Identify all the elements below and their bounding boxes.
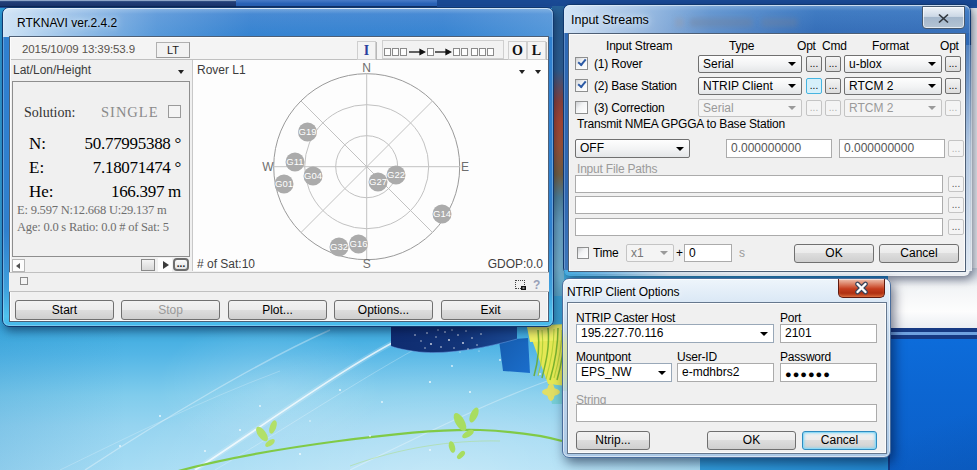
svg-text:G32: G32 (330, 241, 348, 252)
svg-text:G22: G22 (387, 169, 405, 180)
svg-text:G19: G19 (299, 126, 317, 137)
svg-text:G16: G16 (350, 238, 368, 249)
svg-text:G27: G27 (369, 176, 387, 187)
svg-text:G01: G01 (275, 178, 293, 189)
svg-text:G14: G14 (433, 208, 451, 219)
svg-text:G04: G04 (304, 170, 322, 181)
svg-text:G11: G11 (286, 156, 303, 167)
